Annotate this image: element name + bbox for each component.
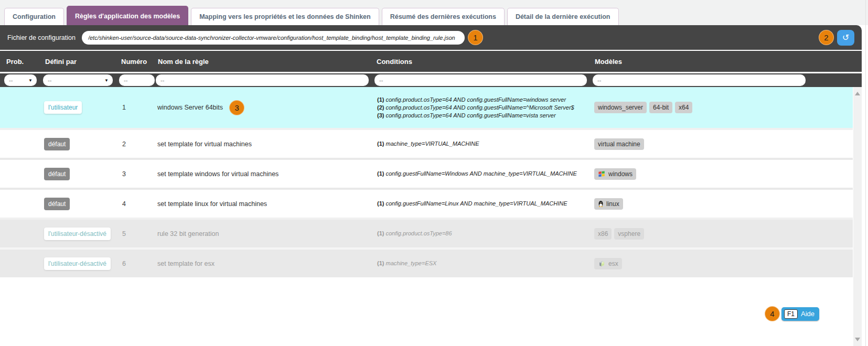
column-header-defini-par: Défini par [43,58,113,66]
model-tag-label: esx [608,260,618,267]
filter-nom-de-la-regle-input[interactable]: -- [156,74,369,86]
model-tag: linux [594,198,623,210]
linux-icon [598,200,604,207]
cell-rule-number: 5 [119,230,155,237]
condition-line: (3) config.product.osType=64 AND config.… [374,112,587,120]
vertical-scrollbar[interactable] [853,87,862,346]
defined-by-badge: l'utilisateur-désactivé [44,257,111,270]
table-row[interactable]: l'utilisateur1windows Server 64bits3(1) … [0,87,853,128]
rule-name-label: set template for virtual machines [157,140,252,148]
refresh-button[interactable]: ↺ [837,30,854,46]
filter-defini-par-select[interactable]: --▼ [43,74,113,86]
cell-conditions: (1) config.guestFullName=Linux AND machi… [374,200,587,208]
help-button[interactable]: F1 Aide [781,307,819,321]
config-bar: Fichier de configuration 1 2 ↺ [0,25,862,50]
app-window: ConfigurationRègles d'application des mo… [0,0,868,346]
dropdown-arrow-icon: ▼ [104,78,109,83]
filter-modeles-input[interactable]: -- [593,74,806,86]
condition-line: (1) config.product.osType=86 [374,230,587,237]
tab-detail-de-la-derniere-execution[interactable]: Détail de la dernière exécution [507,8,619,25]
model-tag: windows [594,168,636,180]
filter-value: -- [124,77,127,83]
model-tag-label: windows_server [598,104,643,111]
cell-rule-number: 1 [119,104,155,111]
condition-line: (2) config.product.osType=64 AND config.… [374,104,587,112]
tab-resume-des-dernieres-executions[interactable]: Résumé des dernières exécutions [382,8,505,25]
tab-bar: ConfigurationRègles d'application des mo… [0,0,868,25]
cell-defined-by: l'utilisateur [43,101,113,114]
table-row[interactable]: défaut4set template linux for virtual ma… [0,188,853,218]
condition-index: (1) [377,260,386,266]
defined-by-badge: l'utilisateur-désactivé [44,228,111,240]
rule-name-label: set template windows for virtual machine… [157,170,278,178]
column-header-modeles: Modèles [593,58,806,66]
table-row[interactable]: défaut3set template windows for virtual … [0,158,853,188]
scroll-up-arrow-icon[interactable] [855,92,860,95]
condition-expression: config.product.osType=64 AND config.gues… [386,112,556,118]
condition-expression: config.product.osType=64 AND config.gues… [386,104,574,111]
cell-models: windows_server64-bitx64 [593,102,806,113]
model-tag: windows_server [594,102,647,113]
column-header-conditions: Conditions [374,58,587,66]
config-bar-actions: 2 ↺ [819,30,854,46]
filter-numero-input[interactable]: -- [119,74,155,86]
condition-line: (1) config.product.osType=64 AND config.… [374,96,587,104]
scroll-down-arrow-icon[interactable] [855,338,860,341]
cell-rule-name: set template for virtual machines [156,140,369,148]
tab-regles-d-application-des-modeles[interactable]: Règles d'application des modèles [67,6,188,25]
rule-name-label: set template for esx [157,260,215,267]
cell-rule-number: 4 [119,200,155,208]
tab-mapping-vers-les-proprietes-et-les-donnees-de-shinken[interactable]: Mapping vers les propriétés et les donné… [191,8,379,25]
defined-by-badge: défaut [44,198,70,210]
condition-expression: config.guestFullName=Windows AND machine… [386,170,577,177]
annotation-badge-2: 2 [819,30,834,45]
table-row[interactable]: l'utilisateur-désactivé5rule 32 bit gene… [0,218,853,247]
rule-name-label: set template linux for virtual machines [157,200,267,208]
cell-rule-name: set template for esx [156,260,369,267]
model-tag: virtual machine [594,138,644,150]
dropdown-arrow-icon: ▼ [28,78,33,83]
filter-value: -- [48,77,51,83]
condition-expression: machine_type=VIRTUAL_MACHINE [386,140,479,147]
filter-prob-select[interactable]: --▼ [4,74,37,86]
cell-defined-by: l'utilisateur-désactivé [43,228,113,240]
table-row[interactable]: défaut2set template for virtual machines… [0,128,853,158]
model-tag: x86 [594,228,612,240]
condition-line: (1) config.guestFullName=Linux AND machi… [374,200,587,208]
defined-by-badge: défaut [44,138,70,150]
defined-by-badge: défaut [44,168,70,180]
condition-index: (1) [377,200,386,207]
annotation-badge-3: 3 [229,100,244,115]
condition-line: (1) machine_type=ESX [374,260,587,267]
filter-value: -- [597,77,601,83]
table-header-row: Prob.Défini parNuméroNom de la règleCond… [0,50,862,72]
cell-rule-number: 3 [119,170,155,178]
column-header-numero: Numéro [119,58,155,66]
cell-defined-by: défaut [43,168,113,180]
condition-index: (3) [377,112,386,118]
model-tag: 64-bit [649,102,672,113]
column-header-nom-de-la-regle: Nom de la règle [156,58,369,66]
refresh-icon: ↺ [842,33,849,42]
condition-expression: config.product.osType=86 [386,230,452,236]
filter-value: -- [160,77,164,83]
cell-models: virtual machine [593,138,806,150]
tab-configuration[interactable]: Configuration [4,8,64,25]
filter-conditions-input[interactable]: -- [374,74,587,86]
annotation-badge-1: 1 [468,30,483,45]
table-row[interactable]: l'utilisateur-désactivé6set template for… [0,247,853,277]
model-tag: esx [594,258,622,269]
config-file-label: Fichier de configuration [7,34,76,41]
cell-conditions: (1) machine_type=ESX [374,260,587,267]
condition-expression: config.guestFullName=Linux AND machine_t… [386,200,567,207]
cell-models: windows [593,168,806,180]
help-button-label: Aide [801,310,815,318]
esx-icon [598,260,606,267]
condition-index: (1) [377,96,386,103]
cell-rule-name: set template linux for virtual machines [156,200,369,208]
config-file-input[interactable] [82,31,465,45]
cell-rule-name: windows Server 64bits3 [156,100,369,115]
windows-icon [598,170,606,178]
table-filter-row: --▼--▼-------- [0,72,862,87]
cell-conditions: (1) machine_type=VIRTUAL_MACHINE [374,140,587,148]
